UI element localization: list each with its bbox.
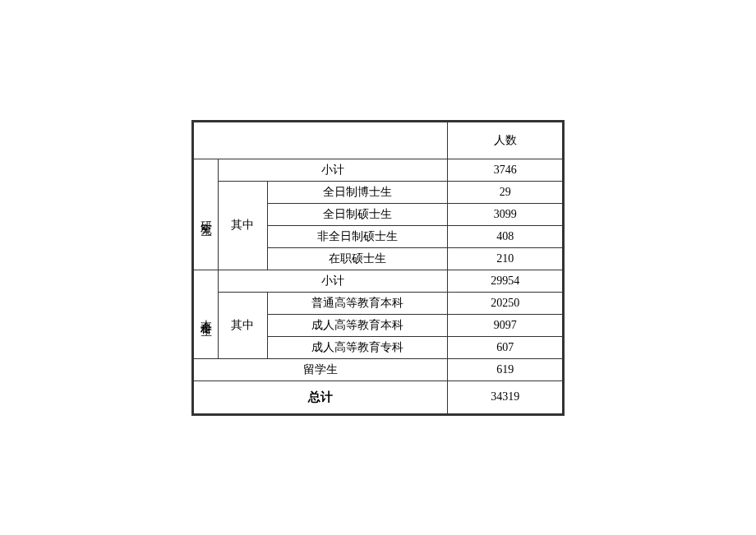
student-count-table: 人数 研究生 小计 3746 其中 全日制博士生 29 全日制硕士生 3099 … bbox=[191, 120, 565, 416]
undergrad-item-row-0: 其中 普通高等教育本科 20250 bbox=[194, 292, 563, 314]
intl-row: 留学生 619 bbox=[194, 358, 563, 380]
grad-item-2-value: 408 bbox=[448, 225, 563, 247]
undergrad-item-2-value: 607 bbox=[448, 336, 563, 358]
undergrad-subtotal-label: 小计 bbox=[218, 270, 447, 292]
grad-item-1-value: 3099 bbox=[448, 203, 563, 225]
intl-label: 留学生 bbox=[194, 358, 448, 380]
data-table: 人数 研究生 小计 3746 其中 全日制博士生 29 全日制硕士生 3099 … bbox=[193, 122, 563, 414]
undergrad-item-2-label: 成人高等教育专科 bbox=[267, 336, 447, 358]
undergrad-subtotal-row: 本专科生 小计 29954 bbox=[194, 270, 563, 292]
grad-item-0-value: 29 bbox=[448, 181, 563, 203]
intl-value: 619 bbox=[448, 358, 563, 380]
undergrad-sub-label: 其中 bbox=[218, 292, 267, 358]
undergrad-item-1-value: 9097 bbox=[448, 314, 563, 336]
undergrad-subtotal-value: 29954 bbox=[448, 270, 563, 292]
header-count-label: 人数 bbox=[448, 122, 563, 159]
grad-item-3-label: 在职硕士生 bbox=[267, 247, 447, 270]
undergrad-label: 本专科生 bbox=[194, 270, 219, 358]
grad-label: 研究生 bbox=[194, 159, 219, 270]
grad-item-0-label: 全日制博士生 bbox=[267, 181, 447, 203]
undergrad-item-0-value: 20250 bbox=[448, 292, 563, 314]
grad-subtotal-row: 研究生 小计 3746 bbox=[194, 159, 563, 181]
undergrad-item-0-label: 普通高等教育本科 bbox=[267, 292, 447, 314]
grad-subtotal-value: 3746 bbox=[448, 159, 563, 181]
header-blank-cell bbox=[194, 122, 448, 159]
grad-item-row-0: 其中 全日制博士生 29 bbox=[194, 181, 563, 203]
grad-subtotal-label: 小计 bbox=[218, 159, 447, 181]
total-label: 总计 bbox=[194, 380, 448, 413]
grad-item-1-label: 全日制硕士生 bbox=[267, 203, 447, 225]
header-row: 人数 bbox=[194, 122, 563, 159]
total-row: 总计 34319 bbox=[194, 380, 563, 413]
grad-item-3-value: 210 bbox=[448, 247, 563, 270]
total-value: 34319 bbox=[448, 380, 563, 413]
grad-item-2-label: 非全日制硕士生 bbox=[267, 225, 447, 247]
grad-sub-label: 其中 bbox=[218, 181, 267, 270]
undergrad-item-1-label: 成人高等教育本科 bbox=[267, 314, 447, 336]
